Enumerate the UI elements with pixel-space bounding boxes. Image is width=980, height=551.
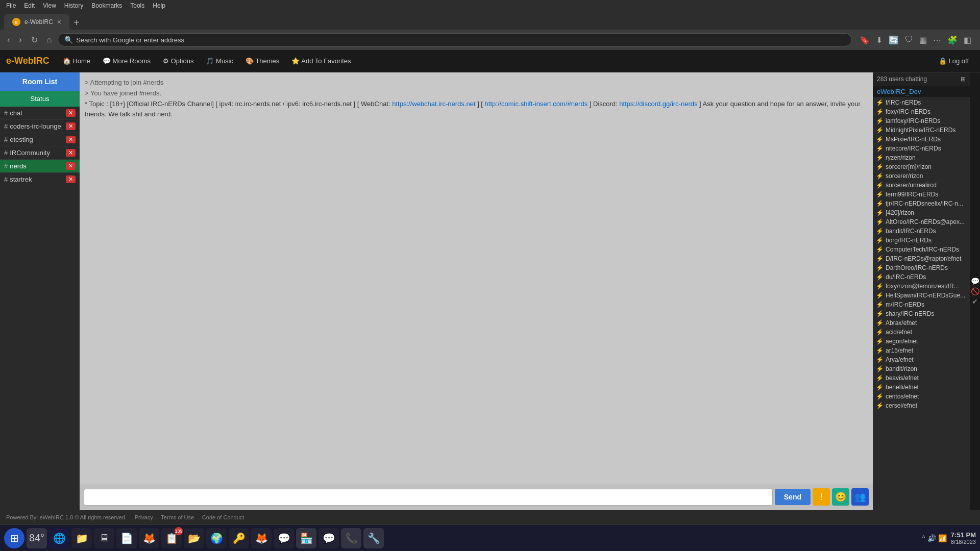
channel-close-button[interactable]: ✕: [66, 162, 76, 170]
channel-item-irccommunity[interactable]: # IRCommunity ✕: [0, 146, 80, 160]
forward-button[interactable]: ›: [16, 33, 24, 46]
status-button[interactable]: Status: [0, 91, 80, 107]
nav-home[interactable]: 🏠 Home: [58, 55, 95, 67]
user-item[interactable]: ⚡du/IRC-nERDs: [873, 272, 970, 282]
user-item[interactable]: ⚡bandit/IRC-nERDs: [873, 227, 970, 236]
users-button[interactable]: 👥: [851, 488, 869, 506]
nav-themes[interactable]: 🎨 Themes: [240, 55, 284, 67]
taskbar-app-notification[interactable]: 📋 139: [161, 528, 182, 548]
active-tab[interactable]: e e-WebIRC ×: [4, 14, 69, 30]
user-item[interactable]: ⚡shary/IRC-nERDs: [873, 309, 970, 318]
nav-log-off[interactable]: 🔒 Log off: [934, 55, 974, 67]
user-item[interactable]: ⚡borg/IRC-nERDs: [873, 236, 970, 245]
menu-bookmarks[interactable]: Bookmarks: [87, 1, 126, 10]
user-item[interactable]: ⚡beavis/efnet: [873, 373, 970, 383]
user-item[interactable]: ⚡D/IRC-nERDs@raptor/efnet: [873, 254, 970, 263]
user-item[interactable]: ⚡f/IRC-nERDs: [873, 98, 970, 107]
taskbar-app-irc[interactable]: 🔧: [363, 528, 384, 548]
tray-volume[interactable]: 🔊: [927, 534, 936, 542]
user-item[interactable]: ⚡DarthOreo/IRC-nERDs: [873, 263, 970, 272]
taskbar-app-terminal[interactable]: 🖥: [94, 528, 114, 548]
user-item[interactable]: ⚡AltOreo/IRC-nERDs@apex...: [873, 217, 970, 227]
shield-icon[interactable]: 🛡: [903, 34, 915, 46]
chat-input[interactable]: [84, 489, 773, 506]
user-item[interactable]: ⚡term99/IRC-nERDs: [873, 190, 970, 199]
taskbar-app-edge[interactable]: 🌐: [49, 528, 69, 548]
taskbar-app-chat[interactable]: 💬: [274, 528, 294, 548]
user-item[interactable]: ⚡tjr/IRC-nERDsneelix/IRC-n...: [873, 199, 970, 208]
chat-bubble-icon[interactable]: 💬: [971, 277, 979, 285]
user-item[interactable]: ⚡ar15/efnet: [873, 346, 970, 355]
terms-link[interactable]: Terms of Use: [161, 514, 194, 520]
user-item[interactable]: ⚡ComputerTech/IRC-nERDs: [873, 245, 970, 254]
user-item[interactable]: ⚡ryzen/rizon: [873, 153, 970, 162]
menu-help[interactable]: Help: [149, 1, 169, 10]
user-item[interactable]: ⚡Arya/efnet: [873, 355, 970, 364]
menu-file[interactable]: File: [2, 1, 20, 10]
channel-close-button[interactable]: ✕: [66, 136, 76, 143]
home-button[interactable]: ⌂: [44, 33, 55, 46]
code-of-conduct-link[interactable]: Code of Conduct: [202, 514, 244, 520]
user-item[interactable]: ⚡foxy/rizon@lemonzest/IR...: [873, 282, 970, 291]
user-item[interactable]: ⚡[420]/rizon: [873, 208, 970, 217]
extensions-icon[interactable]: 🧩: [946, 34, 959, 46]
user-item[interactable]: ⚡MsPixie/IRC-nERDs: [873, 135, 970, 144]
sidebar-panel-icon[interactable]: ◧: [962, 34, 973, 46]
exclamation-button[interactable]: !: [813, 488, 830, 506]
menu-view[interactable]: View: [39, 1, 60, 10]
nav-music[interactable]: 🎵 Music: [201, 55, 238, 67]
address-bar[interactable]: 🔍 Search with Google or enter address: [58, 33, 852, 46]
channel-close-button[interactable]: ✕: [66, 122, 76, 130]
expand-users-button[interactable]: ⊞: [961, 76, 966, 83]
user-item[interactable]: ⚡sorcerer[m]/rizon: [873, 162, 970, 171]
taskbar-app-skype[interactable]: 📞: [341, 528, 361, 548]
check-icon[interactable]: ✔: [972, 297, 978, 306]
channel-close-button[interactable]: ✕: [66, 109, 76, 117]
user-item[interactable]: ⚡HellSpawn/IRC-nERDsGue...: [873, 291, 970, 300]
channel-item-coders[interactable]: # coders-irc-lounge ✕: [0, 120, 80, 133]
channel-item-etesting[interactable]: # etesting ✕: [0, 133, 80, 146]
taskbar-app-browser2[interactable]: 🌍: [206, 528, 227, 548]
extend-icon[interactable]: ▦: [918, 34, 928, 46]
new-tab-button[interactable]: +: [69, 16, 84, 30]
tab-close-button[interactable]: ×: [57, 18, 61, 26]
menu-history[interactable]: History: [60, 1, 87, 10]
block-icon[interactable]: 🚫: [971, 287, 979, 295]
channel-item-startrek[interactable]: # startrek ✕: [0, 173, 80, 186]
taskbar-app-discord[interactable]: 💬: [318, 528, 339, 548]
user-item[interactable]: ⚡bandit/rizon: [873, 364, 970, 373]
taskbar-app-password[interactable]: 🔑: [229, 528, 249, 548]
more-icon[interactable]: ⋯: [932, 34, 943, 46]
taskbar-app-store[interactable]: 🏪: [296, 528, 316, 548]
channel-close-button[interactable]: ✕: [66, 149, 76, 157]
user-item[interactable]: ⚡nitecore/IRC-nERDs: [873, 144, 970, 153]
room-list-button[interactable]: Room List: [0, 72, 80, 91]
taskbar-app-notepad[interactable]: 📄: [116, 528, 137, 548]
discord-link[interactable]: https://discord.gg/irc-nerds: [619, 100, 697, 108]
menu-tools[interactable]: Tools: [126, 1, 149, 10]
refresh-button[interactable]: ↻: [28, 33, 41, 47]
nav-add-to-favorites[interactable]: ⭐ Add To Favorites: [286, 55, 356, 67]
start-button[interactable]: ⊞: [4, 528, 24, 548]
user-item[interactable]: ⚡acid/efnet: [873, 328, 970, 337]
taskbar-app-widget[interactable]: 84°: [27, 528, 47, 548]
user-item[interactable]: ⚡aegon/efnet: [873, 337, 970, 346]
tray-network[interactable]: 📶: [938, 534, 947, 542]
privacy-link[interactable]: Privacy: [135, 514, 153, 520]
taskbar-app-firefox[interactable]: 🦊: [251, 528, 272, 548]
taskbar-app-files2[interactable]: 📂: [184, 528, 204, 548]
comic-link[interactable]: http://comic.shift-insert.com/#nerds: [485, 100, 588, 108]
user-item[interactable]: ⚡iamfoxy/IRC-nERDs: [873, 116, 970, 126]
webchat-link[interactable]: https://webchat.irc-nerds.net: [392, 100, 475, 108]
nav-more-rooms[interactable]: 💬 More Rooms: [97, 55, 156, 67]
user-item[interactable]: ⚡cersei/efnet: [873, 401, 970, 410]
user-item[interactable]: ⚡MidnightPixie/IRC-nERDs: [873, 126, 970, 135]
user-item[interactable]: ⚡centos/efnet: [873, 392, 970, 401]
back-button[interactable]: ‹: [4, 33, 13, 46]
download-icon[interactable]: ⬇: [874, 34, 884, 46]
sync-icon[interactable]: 🔄: [887, 34, 900, 46]
user-item[interactable]: ⚡sorcerer/unrealircd: [873, 181, 970, 190]
tray-chevron[interactable]: ^: [922, 534, 925, 542]
clock[interactable]: 7:51 PM 8/18/2023: [951, 531, 976, 545]
menu-edit[interactable]: Edit: [20, 1, 39, 10]
